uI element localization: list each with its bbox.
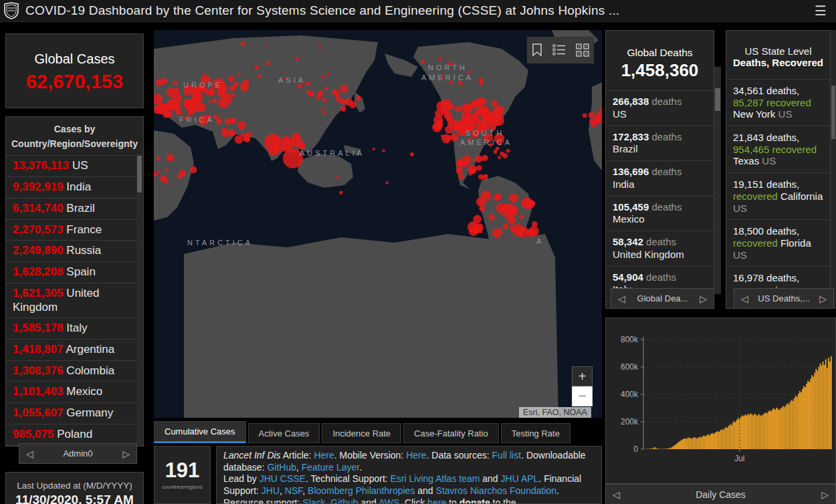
credits-text: . Click (399, 497, 427, 504)
death-country-row[interactable]: 105,459 deathsMexico (606, 196, 714, 231)
credits-link[interactable]: Slack (302, 497, 325, 504)
state-row[interactable]: 19,151 deaths, recovered California US (726, 172, 830, 219)
death-country-row[interactable]: 172,833 deathsBrazil (606, 126, 714, 161)
pager-prev-icon[interactable]: ◁ (741, 293, 748, 304)
global-deaths-pager: ◁ Global Dea... ▷ (611, 288, 714, 309)
cases-list-scrollbar[interactable] (136, 153, 142, 446)
state-row[interactable]: 18,500 deaths, recovered Florida US (726, 219, 830, 266)
credits-text: . Mobile Version: (334, 450, 406, 461)
basemap-grid-icon[interactable] (576, 43, 589, 57)
tab-incidence-rate[interactable]: Incidence Rate (322, 423, 401, 443)
daily-cases-pager: ◁ Daily Cases ▷ (605, 484, 836, 504)
case-country-row[interactable]: 1,621,305 United Kingdom (6, 283, 143, 318)
us-state-level-panel: US State Level Deaths, Recovered 34,561 … (726, 30, 831, 309)
jhu-shield-logo (4, 2, 19, 19)
case-country-row[interactable]: 13,376,113 US (6, 156, 143, 177)
tab-cumulative-cases[interactable]: Cumulative Cases (154, 421, 246, 443)
pager-next-icon[interactable]: ▷ (700, 293, 707, 304)
states-list-scrollbar[interactable] (831, 30, 836, 309)
deaths-list-scrollbar[interactable] (714, 67, 721, 294)
pager-next-icon[interactable]: ▷ (122, 449, 130, 459)
death-country-row[interactable]: 58,342 deathsUnited Kingdom (606, 231, 714, 266)
daily-cases-pager-label: Daily Cases (696, 489, 746, 500)
map-zoom-out-button[interactable]: − (572, 386, 593, 406)
credits-text: Lead by (223, 473, 259, 484)
pager-prev-icon[interactable]: ◁ (613, 489, 620, 500)
death-row-line1: 54,904 deaths (613, 271, 707, 284)
map-basemap (154, 30, 602, 418)
credits-link[interactable]: AWS (379, 497, 399, 504)
states-scrollbar-thumb[interactable] (831, 86, 835, 139)
cases-scrollbar-thumb[interactable] (137, 156, 142, 193)
case-country-row[interactable]: 2,249,890 Russia (6, 241, 143, 262)
credits-text: , (302, 485, 308, 496)
credits-link[interactable]: Esri Living Atlas team (391, 473, 480, 484)
credits-link[interactable]: here (427, 497, 446, 504)
credits-line-2: Lead by JHU CSSE. Technical Support: Esr… (223, 473, 595, 504)
credits-link[interactable]: JHU (262, 485, 280, 496)
tab-active-cases[interactable]: Active Cases (248, 423, 320, 443)
credits-text: to the (490, 497, 516, 504)
credits-link[interactable]: Feature Layer (302, 462, 359, 473)
case-country-row[interactable]: 1,418,807 Argentina (6, 340, 143, 361)
credits-text: . Technical Support: (306, 473, 391, 484)
credits-link[interactable]: Stavros Niarchos Foundation (436, 485, 557, 496)
deaths-scrollbar-thumb[interactable] (715, 88, 720, 111)
case-country-row[interactable]: 1,585,178 Italy (6, 318, 143, 340)
death-country-row[interactable]: 136,696 deathsIndia (606, 160, 714, 196)
credits-link[interactable]: JHU APL (501, 473, 539, 484)
death-country-row[interactable]: 266,838 deathsUS (606, 90, 714, 126)
case-country-row[interactable]: 1,055,607 Germany (6, 403, 143, 424)
death-row-place: Brazil (613, 143, 707, 156)
credits-link[interactable]: Full list (492, 450, 522, 461)
tab-case-fatality-ratio[interactable]: Case-Fatality Ratio (403, 423, 499, 443)
pager-prev-icon[interactable]: ◁ (26, 449, 33, 459)
credits-panel: Lancet Inf Dis Article: Here. Mobile Ver… (216, 446, 602, 504)
credits-link[interactable]: Bloomberg Philanthropies (308, 485, 415, 496)
world-map[interactable]: UROPEASIAFRICANORTHAMERICASOUTHAMERICAAU… (154, 30, 602, 418)
map-attribution: Esri, FAO, NOAA (519, 407, 591, 418)
credits-text: to (446, 497, 459, 504)
pager-next-icon[interactable]: ▷ (819, 293, 827, 304)
tab-testing-rate[interactable]: Testing Rate (501, 423, 570, 443)
page-title: COVID-19 Dashboard by the Center for Sys… (25, 3, 805, 18)
case-country-row[interactable]: 1,628,208 Spain (6, 262, 143, 283)
svg-text:600k: 600k (621, 362, 639, 372)
credits-link[interactable]: JHU CSSE (259, 473, 306, 484)
bookmark-icon[interactable] (532, 43, 542, 57)
case-country-row[interactable]: 6,314,740 Brazil (6, 199, 143, 220)
global-deaths-pager-label: Global Dea... (637, 293, 688, 303)
hamburger-menu-icon[interactable]: ☰ (815, 3, 827, 19)
credits-link[interactable]: Github (330, 497, 358, 504)
global-cases-title: Global Cases (6, 51, 143, 67)
case-country-row[interactable]: 1,308,376 Colombia (6, 361, 143, 382)
daily-cases-chart-panel: 0200k400k600k800kJul (605, 318, 836, 484)
pager-prev-icon[interactable]: ◁ (618, 293, 625, 304)
state-row[interactable]: 21,843 deaths, 954,465 recovered Texas U… (726, 126, 830, 172)
legend-list-icon[interactable] (552, 44, 566, 56)
case-country-row[interactable]: 2,270,573 France (6, 220, 143, 241)
death-row-place: Mexico (613, 213, 707, 226)
global-cases-value: 62,670,153 (6, 71, 143, 93)
countries-count: 191 (154, 459, 210, 483)
case-country-row[interactable]: 1,101,403 Mexico (6, 382, 143, 403)
map-zoom-in-button[interactable]: + (572, 366, 593, 386)
state-row[interactable]: 34,561 deaths, 85,287 recovered New York… (726, 79, 830, 126)
global-cases-panel: Global Cases 62,670,153 (5, 33, 144, 108)
cases-by-country-panel: Cases by Country/Region/Sovereignty 13,3… (5, 116, 144, 447)
credits-text: and (358, 497, 379, 504)
credits-text: . (359, 462, 362, 473)
case-country-row[interactable]: 985,075 Poland (6, 424, 143, 446)
death-row-line1: 105,459 deaths (613, 201, 707, 214)
case-country-row[interactable]: 9,392,919 India (6, 177, 143, 199)
us-deaths-pager-label: US Deaths,... (758, 293, 809, 303)
credits-link[interactable]: GitHub (267, 462, 296, 473)
covid-dashboard: COVID-19 Dashboard by the Center for Sys… (0, 0, 836, 504)
pager-next-icon[interactable]: ▷ (821, 489, 829, 500)
countries-count-panel: 191 countries/regions (154, 446, 211, 504)
death-row-line1: 136,696 deaths (613, 166, 707, 178)
credits-link[interactable]: NSF (285, 485, 302, 496)
credits-link[interactable]: Here (406, 450, 426, 461)
map-toolbar (527, 37, 594, 64)
credits-link[interactable]: Here (314, 450, 334, 461)
